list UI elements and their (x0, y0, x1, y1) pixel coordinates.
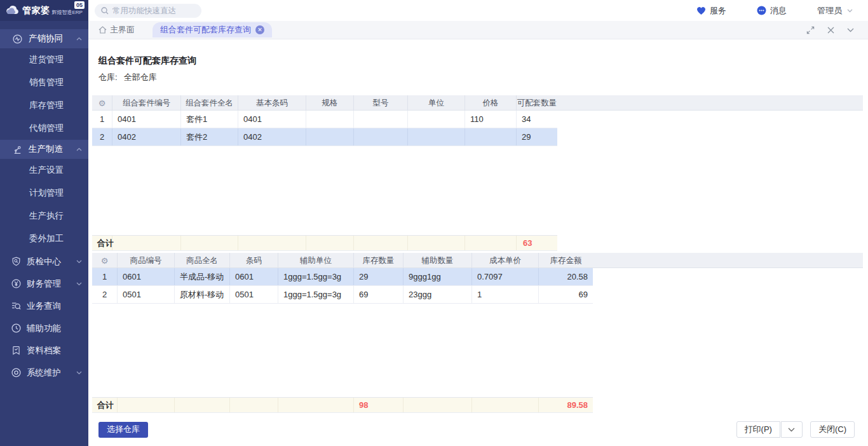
kits-table: ⚙ 组合套件编号 组合套件全名 基本条码 规格 型号 单位 价格 可配套数量 1… (92, 95, 863, 251)
sidebar-item-yewuchaxun[interactable]: 业务查询 (0, 295, 88, 317)
column-header: 条码 (230, 253, 278, 268)
column-header: 规格 (306, 95, 354, 111)
column-header: 组合套件全名 (181, 95, 238, 111)
print-dropdown-button[interactable] (781, 421, 803, 438)
column-header: 基本条码 (238, 95, 306, 111)
sidebar-item-jihua[interactable]: 计划管理 (0, 182, 88, 205)
total-stock-qty: 98 (359, 400, 368, 410)
user-name: 管理员 (817, 5, 842, 17)
brand-version-badge: 05 (74, 1, 85, 9)
pulse-icon (13, 34, 22, 44)
table-row[interactable]: 1 0401 套件1 0401 110 34 (92, 111, 557, 128)
sidebar-item-zhixing[interactable]: 生产执行 (0, 205, 88, 227)
action-bar: 选择仓库 打印(P) 关闭(C) (88, 421, 868, 438)
column-settings-gear-icon[interactable]: ⚙ (101, 256, 109, 266)
page-title: 组合套件可配套库存查询 (98, 55, 868, 66)
service-menu[interactable]: 服务 (696, 5, 726, 17)
components-table: ⚙ 商品编号 商品全名 条码 辅助单位 库存数量 辅助数量 成本单价 库存金额 … (92, 253, 863, 413)
search-input[interactable] (112, 6, 189, 15)
chevron-down-icon (76, 260, 82, 264)
tab-active-label: 组合套件可配套库存查询 (160, 24, 251, 36)
column-header: 商品编号 (118, 253, 175, 268)
clock-icon (11, 323, 21, 333)
quick-search[interactable] (95, 4, 201, 18)
table-row-selected[interactable]: 1 0601 半成品-移动 0601 1ggg=1.5gg=3g 29 9ggg… (92, 268, 593, 286)
tabbar: 主界面 组合套件可配套库存查询 ✕ (88, 21, 868, 39)
sidebar-item-xiaoshou[interactable]: 销售管理 (0, 71, 88, 94)
sidebar-item-shengchan-shezhi[interactable]: 生产设置 (0, 159, 88, 182)
sidebar-item-zhijian[interactable]: 质检中心 (0, 250, 88, 273)
column-header: 库存金额 (539, 253, 593, 268)
messages-menu[interactable]: 消息 (757, 5, 787, 17)
column-header: 商品全名 (175, 253, 230, 268)
close-button[interactable]: 关闭(C) (810, 421, 855, 438)
kits-total-row: 合计 63 (92, 235, 557, 251)
topbar: 管家婆 辉煌智造ERP 05 服务 消息 管理员 (0, 0, 868, 21)
sidebar-item-weiwai[interactable]: 委外加工 (0, 227, 88, 250)
sidebar-group-label: 产销协同 (29, 33, 63, 44)
components-total-row: 合计 98 89.58 (92, 397, 593, 413)
warehouse-line: 仓库:全部仓库 (98, 71, 868, 84)
column-header: 辅助单位 (278, 253, 354, 268)
chevron-up-icon (76, 37, 82, 41)
table-row[interactable]: 2 0501 原材料-移动 0501 1ggg=1.5gg=3g 69 23gg… (92, 286, 593, 304)
home-icon (98, 26, 107, 34)
chevron-down-icon (76, 282, 82, 286)
chevron-down-icon (788, 428, 795, 432)
total-stock-amount: 89.58 (567, 400, 588, 410)
brand-name: 管家婆 (22, 5, 50, 17)
table-row-selected[interactable]: 2 0402 套件2 0402 29 (92, 128, 557, 146)
heart-icon (696, 6, 706, 15)
tab-list-chevron-icon[interactable] (847, 28, 854, 32)
target-icon (11, 368, 21, 377)
tab-active[interactable]: 组合套件可配套库存查询 ✕ (153, 22, 272, 37)
print-button[interactable]: 打印(P) (736, 421, 780, 438)
message-icon (757, 6, 766, 15)
select-warehouse-button[interactable]: 选择仓库 (98, 422, 148, 438)
chevron-up-icon (76, 147, 82, 151)
column-header: 型号 (354, 95, 408, 111)
bookmark-icon (11, 346, 21, 355)
brand-subtitle: 辉煌智造ERP (52, 9, 83, 16)
sidebar: 产销协同 进货管理 销售管理 库存管理 代销管理 生产制造 生产设置 计划管理 … (0, 21, 88, 446)
user-menu[interactable]: 管理员 (817, 5, 853, 17)
column-header: 单位 (408, 95, 465, 111)
close-all-icon[interactable] (827, 27, 834, 34)
column-header: 组合套件编号 (112, 95, 181, 111)
app-logo: 管家婆 辉煌智造ERP 05 (0, 0, 88, 21)
sidebar-item-xitong[interactable]: 系统维护 (0, 362, 88, 384)
chevron-down-icon (847, 9, 853, 13)
sidebar-item-jinhuo[interactable]: 进货管理 (0, 48, 88, 71)
total-label: 合计 (92, 398, 118, 412)
column-header: 价格 (465, 95, 517, 111)
tab-close-icon[interactable]: ✕ (255, 25, 264, 34)
yen-icon (11, 279, 21, 288)
chevron-down-icon (76, 371, 82, 375)
cloud-logo-icon (6, 6, 19, 16)
sidebar-item-daixiao[interactable]: 代销管理 (0, 117, 88, 140)
sidebar-item-kucun[interactable]: 库存管理 (0, 94, 88, 117)
column-settings-gear-icon[interactable]: ⚙ (98, 98, 106, 108)
expand-icon[interactable] (806, 26, 815, 34)
total-label: 合计 (92, 236, 112, 250)
sidebar-item-caiwu[interactable]: 财务管理 (0, 273, 88, 295)
messages-label: 消息 (770, 5, 787, 17)
sidebar-group-label: 生产制造 (29, 144, 63, 155)
sidebar-group-shengchan[interactable]: 生产制造 (0, 140, 88, 159)
factory-icon (13, 145, 22, 154)
total-assemblable-qty: 63 (523, 238, 532, 248)
column-header: 辅助数量 (403, 253, 472, 268)
service-label: 服务 (710, 5, 726, 17)
column-header: 库存数量 (354, 253, 403, 268)
sidebar-item-fuzhu[interactable]: 辅助功能 (0, 317, 88, 339)
sidebar-item-ziliao[interactable]: 资料档案 (0, 339, 88, 362)
warehouse-value: 全部仓库 (124, 72, 157, 82)
warehouse-label: 仓库: (98, 72, 118, 82)
column-header: 成本单价 (472, 253, 539, 268)
column-header: 可配套数量 (517, 95, 557, 111)
query-icon (11, 301, 21, 311)
tab-home[interactable]: 主界面 (88, 24, 144, 36)
shield-icon (11, 257, 21, 266)
sidebar-group-chanxiao[interactable]: 产销协同 (0, 29, 88, 48)
search-icon (101, 7, 109, 15)
